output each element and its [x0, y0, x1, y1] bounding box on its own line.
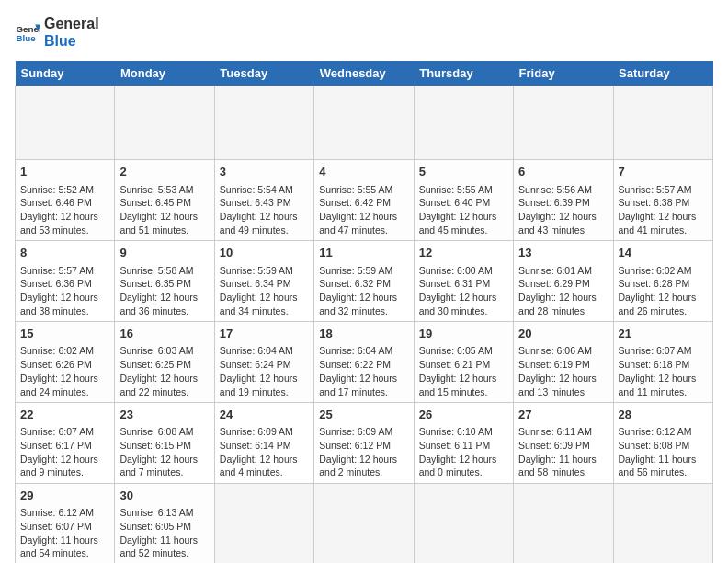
day-number: 2: [119, 164, 209, 180]
sunset-text: Sunset: 6:19 PM: [518, 359, 590, 370]
sunrise-text: Sunrise: 5:58 AM: [119, 265, 193, 276]
daylight-text: Daylight: 12 hours and 19 minutes.: [220, 373, 298, 397]
calendar-cell: 16Sunrise: 6:03 AMSunset: 6:25 PMDayligh…: [115, 322, 214, 403]
day-number: 7: [619, 164, 708, 180]
calendar-cell: 8Sunrise: 5:57 AMSunset: 6:36 PMDaylight…: [16, 241, 115, 322]
day-number: 12: [419, 245, 508, 261]
daylight-text: Daylight: 12 hours and 38 minutes.: [20, 292, 98, 316]
sunset-text: Sunset: 6:40 PM: [419, 197, 491, 208]
sunset-text: Sunset: 6:46 PM: [20, 197, 92, 208]
sunrise-text: Sunrise: 6:10 AM: [419, 426, 493, 437]
calendar-cell: 26Sunrise: 6:10 AMSunset: 6:11 PMDayligh…: [414, 403, 513, 484]
calendar-cell: 9Sunrise: 5:58 AMSunset: 6:35 PMDaylight…: [115, 241, 214, 322]
daylight-text: Daylight: 12 hours and 7 minutes.: [119, 454, 198, 478]
daylight-text: Daylight: 12 hours and 51 minutes.: [119, 211, 198, 236]
sunrise-text: Sunrise: 6:02 AM: [20, 345, 94, 356]
daylight-text: Daylight: 12 hours and 22 minutes.: [119, 373, 198, 397]
calendar-cell: 18Sunrise: 6:04 AMSunset: 6:22 PMDayligh…: [314, 322, 414, 403]
sunset-text: Sunset: 6:36 PM: [20, 278, 92, 289]
day-number: 25: [319, 407, 408, 423]
sunrise-text: Sunrise: 5:52 AM: [20, 184, 94, 195]
sunrise-text: Sunrise: 5:55 AM: [419, 184, 493, 195]
sunset-text: Sunset: 6:29 PM: [518, 278, 590, 289]
calendar-cell: 14Sunrise: 6:02 AMSunset: 6:28 PMDayligh…: [613, 241, 712, 322]
calendar-table: SundayMondayTuesdayWednesdayThursdayFrid…: [15, 61, 713, 563]
day-number: 20: [518, 326, 608, 342]
sunrise-text: Sunrise: 6:13 AM: [119, 507, 193, 518]
calendar-cell: 29Sunrise: 6:12 AMSunset: 6:07 PMDayligh…: [16, 484, 115, 563]
sunset-text: Sunset: 6:22 PM: [319, 359, 391, 370]
calendar-cell: [414, 484, 513, 563]
calendar-cell: 4Sunrise: 5:55 AMSunset: 6:42 PMDaylight…: [314, 160, 414, 241]
sunset-text: Sunset: 6:05 PM: [119, 521, 191, 532]
day-number: 10: [220, 245, 309, 261]
calendar-cell: 23Sunrise: 6:08 AMSunset: 6:15 PMDayligh…: [115, 403, 214, 484]
sunset-text: Sunset: 6:15 PM: [119, 440, 191, 451]
day-number: 8: [20, 245, 109, 261]
day-number: 29: [20, 488, 109, 504]
daylight-text: Daylight: 12 hours and 4 minutes.: [220, 454, 298, 478]
daylight-text: Daylight: 12 hours and 9 minutes.: [20, 454, 98, 478]
daylight-text: Daylight: 12 hours and 43 minutes.: [518, 211, 597, 236]
calendar-cell: 10Sunrise: 5:59 AMSunset: 6:34 PMDayligh…: [214, 241, 313, 322]
logo-general: General: [44, 15, 99, 32]
day-number: 21: [619, 326, 708, 342]
calendar-week-5: 29Sunrise: 6:12 AMSunset: 6:07 PMDayligh…: [16, 484, 713, 563]
sunset-text: Sunset: 6:11 PM: [419, 440, 491, 451]
calendar-cell: 6Sunrise: 5:56 AMSunset: 6:39 PMDaylight…: [514, 160, 613, 241]
sunrise-text: Sunrise: 5:56 AM: [518, 184, 592, 195]
daylight-text: Daylight: 12 hours and 26 minutes.: [619, 292, 697, 316]
sunrise-text: Sunrise: 6:06 AM: [518, 345, 592, 356]
daylight-text: Daylight: 12 hours and 49 minutes.: [220, 211, 298, 236]
day-number: 22: [20, 407, 109, 423]
sunrise-text: Sunrise: 6:09 AM: [220, 426, 293, 437]
sunrise-text: Sunrise: 5:59 AM: [319, 265, 392, 276]
sunset-text: Sunset: 6:43 PM: [220, 197, 291, 208]
day-number: 18: [319, 326, 408, 342]
calendar-cell: 12Sunrise: 6:00 AMSunset: 6:31 PMDayligh…: [414, 241, 513, 322]
daylight-text: Daylight: 12 hours and 2 minutes.: [319, 454, 397, 478]
daylight-text: Daylight: 12 hours and 17 minutes.: [319, 373, 397, 397]
sunset-text: Sunset: 6:35 PM: [119, 278, 191, 289]
calendar-cell: [314, 484, 414, 563]
calendar-cell: 15Sunrise: 6:02 AMSunset: 6:26 PMDayligh…: [16, 322, 115, 403]
calendar-cell: 13Sunrise: 6:01 AMSunset: 6:29 PMDayligh…: [514, 241, 613, 322]
calendar-cell: 30Sunrise: 6:13 AMSunset: 6:05 PMDayligh…: [115, 484, 214, 563]
sunrise-text: Sunrise: 6:07 AM: [619, 345, 692, 356]
calendar-cell: 20Sunrise: 6:06 AMSunset: 6:19 PMDayligh…: [514, 322, 613, 403]
sunset-text: Sunset: 6:32 PM: [319, 278, 391, 289]
daylight-text: Daylight: 12 hours and 13 minutes.: [518, 373, 597, 397]
calendar-cell: 11Sunrise: 5:59 AMSunset: 6:32 PMDayligh…: [314, 241, 414, 322]
sunset-text: Sunset: 6:08 PM: [619, 440, 690, 451]
sunset-text: Sunset: 6:31 PM: [419, 278, 491, 289]
calendar-cell: 25Sunrise: 6:09 AMSunset: 6:12 PMDayligh…: [314, 403, 414, 484]
sunrise-text: Sunrise: 6:12 AM: [20, 507, 94, 518]
calendar-cell: [414, 86, 513, 160]
calendar-cell: [314, 86, 414, 160]
sunset-text: Sunset: 6:28 PM: [619, 278, 690, 289]
sunset-text: Sunset: 6:45 PM: [119, 197, 191, 208]
daylight-text: Daylight: 12 hours and 36 minutes.: [119, 292, 198, 316]
sunrise-text: Sunrise: 5:55 AM: [319, 184, 392, 195]
calendar-cell: [16, 86, 115, 160]
day-number: 17: [220, 326, 309, 342]
sunrise-text: Sunrise: 6:04 AM: [220, 345, 293, 356]
daylight-text: Daylight: 12 hours and 32 minutes.: [319, 292, 397, 316]
calendar-week-4: 22Sunrise: 6:07 AMSunset: 6:17 PMDayligh…: [16, 403, 713, 484]
sunrise-text: Sunrise: 6:01 AM: [518, 265, 592, 276]
sunrise-text: Sunrise: 5:57 AM: [619, 184, 692, 195]
calendar-cell: 7Sunrise: 5:57 AMSunset: 6:38 PMDaylight…: [613, 160, 712, 241]
sunrise-text: Sunrise: 6:07 AM: [20, 426, 94, 437]
calendar-cell: [613, 484, 712, 563]
day-number: 5: [419, 164, 508, 180]
logo-blue: Blue: [44, 32, 99, 50]
day-number: 15: [20, 326, 109, 342]
sunset-text: Sunset: 6:34 PM: [220, 278, 291, 289]
day-number: 28: [619, 407, 708, 423]
daylight-text: Daylight: 12 hours and 45 minutes.: [419, 211, 497, 236]
calendar-cell: 17Sunrise: 6:04 AMSunset: 6:24 PMDayligh…: [214, 322, 313, 403]
daylight-text: Daylight: 11 hours and 58 minutes.: [518, 454, 597, 478]
calendar-cell: 19Sunrise: 6:05 AMSunset: 6:21 PMDayligh…: [414, 322, 513, 403]
sunset-text: Sunset: 6:17 PM: [20, 440, 92, 451]
calendar-week-2: 8Sunrise: 5:57 AMSunset: 6:36 PMDaylight…: [16, 241, 713, 322]
